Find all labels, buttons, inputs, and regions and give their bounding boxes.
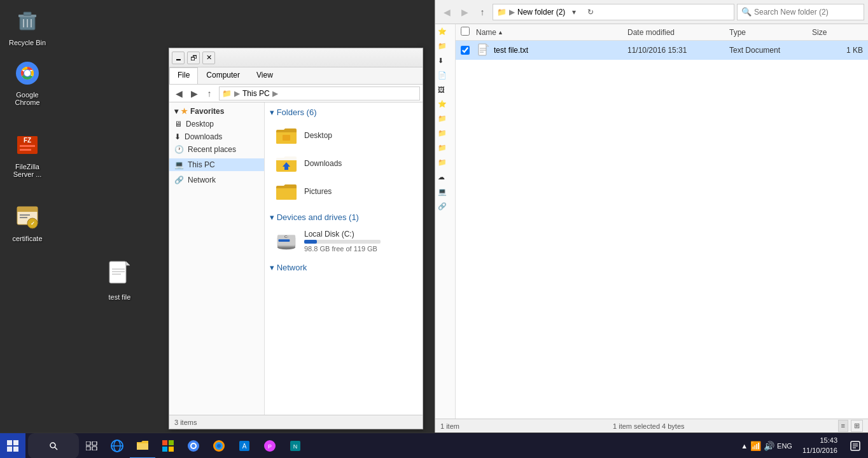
nav-downloads[interactable]: ⬇ Downloads: [169, 130, 264, 143]
tray-up-arrow[interactable]: ▲: [741, 442, 748, 450]
details-view-btn[interactable]: ≡: [838, 420, 848, 432]
svg-rect-33: [279, 239, 290, 242]
col-header-type[interactable]: Type: [729, 28, 812, 37]
address-path-left[interactable]: 📁 ▶ This PC ▶: [219, 87, 420, 101]
sidebar-item-onedrive[interactable]: ☁: [435, 170, 455, 184]
taskbar-store-btn[interactable]: [155, 433, 181, 459]
addr-refresh-btn[interactable]: ↻: [583, 4, 598, 20]
filezilla-label: FileZilla Server ...: [6, 163, 49, 178]
svg-marker-23: [126, 261, 130, 265]
close-btn-left[interactable]: ✕: [202, 52, 215, 64]
svg-rect-44: [13, 447, 18, 452]
sidebar-folder-icon-5: 📁: [438, 158, 447, 167]
folder-pictures-icon: [274, 181, 299, 202]
sidebar-pc-icon: 💻: [438, 188, 447, 196]
explorer-left-addressbar: ◀ ▶ ↑ 📁 ▶ This PC ▶: [169, 85, 423, 102]
taskbar-chrome-btn[interactable]: [181, 433, 206, 459]
sidebar-quick-access[interactable]: ⭐: [435, 24, 455, 39]
sidebar-network-icon: 🔗: [438, 202, 447, 211]
nav-thispc[interactable]: 💻 This PC: [169, 158, 264, 171]
explorer-left-window: 🗕 🗗 ✕ File Computer View ◀ ▶ ↑ 📁 ▶ This …: [169, 48, 423, 429]
explorer-right-header: ◀ ▶ ↑ 📁 ▶ New folder (2) ▾ ↻ 🔍: [435, 0, 868, 24]
drive-c-bar: [304, 240, 317, 244]
maximize-btn-left[interactable]: 🗗: [187, 52, 200, 64]
col-header-date[interactable]: Date modified: [627, 28, 729, 37]
back-btn-left[interactable]: ◀: [172, 87, 186, 101]
nav-desktop-icon: 🖥: [174, 120, 182, 128]
sidebar-item-1[interactable]: 📁: [435, 39, 455, 53]
sidebar-item-5[interactable]: ⭐: [435, 97, 455, 111]
sidebar-star-icon: ⭐: [438, 27, 447, 36]
sidebar-item-2[interactable]: ⬇: [435, 53, 455, 68]
tray-volume-icon[interactable]: 🔊: [764, 441, 774, 451]
taskbar-explorer-btn[interactable]: [130, 433, 155, 459]
minimize-btn-left[interactable]: 🗕: [172, 52, 185, 64]
addr-dropdown-btn[interactable]: ▾: [568, 4, 580, 20]
up-btn-left[interactable]: ↑: [202, 87, 216, 101]
taskbar-clock[interactable]: 15:43 11/10/2016: [797, 436, 843, 455]
sidebar-item-6[interactable]: 📁: [435, 111, 455, 126]
folder-item-downloads[interactable]: Downloads: [270, 150, 417, 177]
taskbar-task-view-btn[interactable]: [79, 433, 104, 459]
svg-rect-16: [17, 207, 38, 212]
network-title: ▾ Network: [270, 263, 417, 272]
search-bar-right[interactable]: 🔍: [737, 4, 864, 20]
up-btn-right[interactable]: ↑: [475, 4, 490, 20]
tab-view[interactable]: View: [248, 67, 281, 84]
taskbar-search-btn[interactable]: [28, 433, 79, 459]
taskbar-btn-9[interactable]: N: [283, 433, 308, 459]
tab-computer[interactable]: Computer: [198, 67, 248, 84]
sidebar-item-4[interactable]: 🖼: [435, 83, 455, 97]
sidebar-item-3[interactable]: 📄: [435, 68, 455, 83]
google-chrome-icon[interactable]: Google Chrome: [3, 55, 52, 109]
sidebar-item-7[interactable]: 📁: [435, 126, 455, 141]
taskbar-firefox-btn[interactable]: [206, 433, 232, 459]
file-select-checkbox[interactable]: [461, 46, 470, 55]
network-section-main: ▾ Network: [270, 263, 417, 272]
file-type: Text Document: [729, 46, 812, 55]
drive-c[interactable]: C: Local Disk (C:) 98.8 GB free of 119 G…: [270, 227, 417, 255]
svg-rect-50: [92, 447, 97, 450]
filezilla-icon[interactable]: FZ FileZilla Server ...: [3, 127, 52, 181]
sidebar-item-thispc[interactable]: 💻: [435, 184, 455, 199]
forward-btn-right[interactable]: ▶: [457, 4, 472, 20]
test-file-desktop-icon[interactable]: test file: [95, 258, 144, 303]
nav-buttons-left: ◀ ▶ ↑: [172, 87, 216, 101]
certificate-icon[interactable]: ✓ certificate: [3, 199, 52, 245]
system-tray: ▲ 📶 🔊 ENG: [736, 441, 797, 451]
sidebar-item-9[interactable]: 📁: [435, 155, 455, 170]
back-btn-right[interactable]: ◀: [439, 4, 454, 20]
checkbox-column-header: [461, 27, 476, 38]
folders-section: ▾ Folders (6) Des: [270, 108, 417, 205]
favorites-header[interactable]: ▾ ★ Favorites: [169, 105, 264, 118]
tray-network-icon[interactable]: 📶: [750, 441, 761, 451]
folder-item-pictures[interactable]: Pictures: [270, 178, 417, 205]
search-input-right[interactable]: [754, 8, 860, 17]
drives-section: ▾ Devices and drives (1) C:: [270, 212, 417, 255]
nav-network[interactable]: 🔗 Network: [169, 174, 264, 186]
address-bar-right[interactable]: 📁 ▶ New folder (2) ▾ ↻: [493, 4, 734, 20]
tab-file[interactable]: File: [169, 67, 198, 84]
svg-line-46: [55, 447, 57, 450]
network-collapse-icon: ▾: [270, 263, 277, 272]
file-row-testfile[interactable]: test file.txt 11/10/2016 15:31 Text Docu…: [456, 41, 868, 60]
clock-time: 15:43: [802, 436, 837, 445]
folder-item-desktop[interactable]: Desktop: [270, 122, 417, 149]
sidebar-item-8[interactable]: 📁: [435, 141, 455, 155]
taskbar-ie-btn[interactable]: [104, 433, 130, 459]
col-header-name[interactable]: Name ▲: [476, 28, 627, 37]
forward-btn-left[interactable]: ▶: [187, 87, 201, 101]
action-center-btn[interactable]: [843, 433, 868, 459]
recycle-bin-icon[interactable]: Recycle Bin: [3, 3, 52, 49]
tiles-view-btn[interactable]: ⊞: [851, 420, 863, 432]
sidebar-folder-icon-2: 📁: [438, 114, 447, 123]
taskbar-btn-7[interactable]: A: [232, 433, 257, 459]
nav-desktop[interactable]: 🖥 Desktop: [169, 118, 264, 130]
taskbar-btn-8[interactable]: P: [257, 433, 283, 459]
col-header-size[interactable]: Size: [812, 28, 863, 37]
select-all-checkbox[interactable]: [461, 27, 470, 36]
nav-recent-places[interactable]: 🕐 Recent places: [169, 143, 264, 156]
start-button[interactable]: [0, 433, 25, 459]
sidebar-item-network[interactable]: 🔗: [435, 199, 455, 214]
nav-thispc-icon: 💻: [174, 160, 184, 169]
